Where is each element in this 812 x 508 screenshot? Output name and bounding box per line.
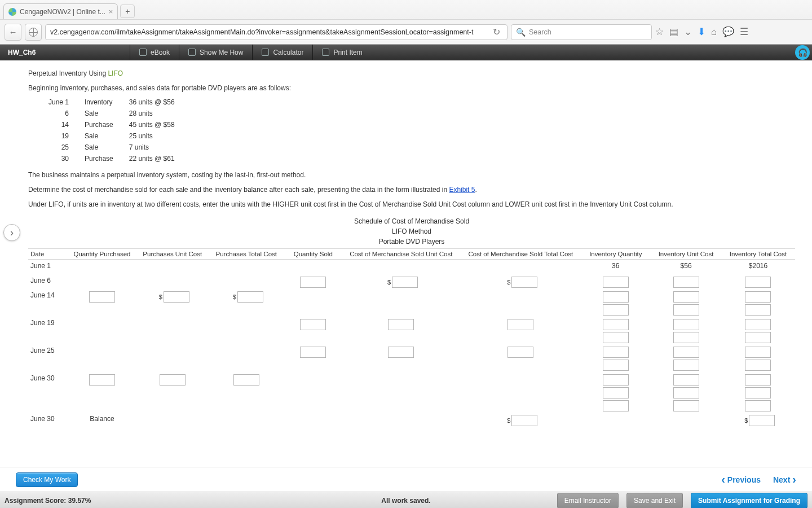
col-ctc: Cost of Merchandise Sold Total Cost — [461, 248, 580, 260]
inv-tc-input[interactable] — [745, 360, 771, 371]
identity-button[interactable] — [25, 24, 42, 41]
inv-tc-input[interactable] — [745, 291, 771, 303]
search-icon: 🔍 — [516, 28, 526, 37]
inv-uc-input[interactable] — [673, 400, 699, 411]
inv-uc-input[interactable] — [673, 304, 699, 316]
email-instructor-button[interactable]: Email Instructor — [557, 493, 619, 509]
inv-tc-input[interactable] — [745, 277, 771, 288]
col-cuc: Cost of Merchandise Sold Unit Cost — [341, 248, 461, 260]
answer-row-june30: June 30 — [28, 373, 795, 413]
tab-close-icon[interactable]: × — [109, 7, 113, 16]
menu-icon[interactable]: ☰ — [740, 26, 748, 38]
purchase-tc-input[interactable] — [237, 291, 263, 303]
purchase-uc-input[interactable] — [164, 291, 189, 303]
exhibit-link[interactable]: Exhibit 5 — [449, 186, 475, 194]
qty-purchased-input[interactable] — [89, 291, 115, 303]
inv-qty-input[interactable] — [603, 304, 629, 316]
inv-uc-input[interactable] — [673, 291, 699, 303]
balance-inv-input[interactable] — [749, 415, 775, 426]
inv-qty-input[interactable] — [603, 360, 629, 371]
qty-sold-input[interactable] — [300, 347, 326, 358]
inv-uc-input[interactable] — [673, 319, 699, 330]
inv-tc-prefilled: $2016 — [721, 260, 795, 275]
inv-qty-input[interactable] — [603, 319, 629, 330]
back-button[interactable]: ← — [5, 24, 21, 41]
purchase-tc-input[interactable] — [233, 374, 259, 386]
inv-uc-input[interactable] — [673, 277, 699, 288]
save-and-exit-button[interactable]: Save and Exit — [626, 493, 683, 509]
cogs-tc-input[interactable] — [511, 277, 537, 288]
favicon-icon — [8, 8, 16, 16]
print-icon — [322, 49, 329, 56]
qty-purchased-input[interactable] — [89, 374, 115, 386]
answer-row-june14: June 14 $ $ — [28, 290, 795, 317]
cogs-tc-input[interactable] — [508, 319, 533, 330]
paragraph-2: Determine the cost of merchandise sold f… — [28, 186, 795, 194]
search-placeholder: Search — [529, 28, 551, 36]
next-button[interactable]: Next› — [773, 473, 796, 486]
inv-qty-input[interactable] — [603, 374, 629, 386]
calculator-button[interactable]: Calculator — [252, 45, 312, 60]
cogs-tc-input[interactable] — [508, 347, 533, 358]
qty-sold-input[interactable] — [300, 319, 326, 330]
qty-sold-input[interactable] — [300, 277, 326, 288]
inv-tc-input[interactable] — [745, 374, 771, 386]
support-button[interactable]: 🎧 — [795, 45, 810, 60]
browser-tab[interactable]: CengageNOWv2 | Online t... × — [3, 3, 118, 19]
url-bar[interactable]: v2.cengagenow.com/ilrn/takeAssignment/ta… — [45, 24, 508, 40]
col-qs: Quantity Sold — [285, 248, 341, 260]
show-me-how-button[interactable]: Show Me How — [179, 45, 252, 60]
inv-tc-input[interactable] — [745, 319, 771, 330]
submit-assignment-button[interactable]: Submit Assignment for Grading — [691, 493, 807, 509]
inv-tc-input[interactable] — [745, 387, 771, 398]
list-icon[interactable]: ▤ — [669, 26, 678, 38]
balance-cogs-input[interactable] — [511, 415, 537, 426]
search-bar[interactable]: 🔍 Search — [511, 24, 652, 40]
inv-qty-input[interactable] — [603, 332, 629, 343]
inv-qty-prefilled: 36 — [580, 260, 651, 275]
inv-qty-input[interactable] — [603, 291, 629, 303]
expand-panel-button[interactable]: › — [3, 224, 20, 241]
inv-tc-input[interactable] — [745, 400, 771, 411]
inv-tc-input[interactable] — [745, 304, 771, 316]
inv-qty-input[interactable] — [603, 347, 629, 358]
cogs-uc-input[interactable] — [388, 347, 414, 358]
inv-uc-input[interactable] — [673, 360, 699, 371]
pocket-icon[interactable]: ⌄ — [684, 26, 692, 38]
nav-bar: ← v2.cengagenow.com/ilrn/takeAssignment/… — [0, 19, 812, 44]
download-icon[interactable]: ⬇ — [698, 26, 705, 38]
tab-title: CengageNOWv2 | Online t... — [20, 8, 105, 16]
inv-uc-input[interactable] — [673, 387, 699, 398]
reload-icon[interactable]: ↻ — [491, 27, 502, 37]
question-title: Perpetual Inventory Using LIFO — [28, 69, 795, 77]
ebook-button[interactable]: eBook — [130, 45, 179, 60]
tab-bar: CengageNOWv2 | Online t... × + — [0, 0, 812, 19]
calculator-icon — [262, 49, 269, 56]
inv-uc-input[interactable] — [673, 374, 699, 386]
table-row: 19Sale25 units — [44, 130, 186, 142]
inv-qty-input[interactable] — [603, 400, 629, 411]
answer-row-june1: June 1 36 $56 $2016 — [28, 260, 795, 275]
chat-icon[interactable]: 💬 — [722, 26, 734, 38]
inv-uc-input[interactable] — [673, 332, 699, 343]
previous-button[interactable]: ‹Previous — [721, 473, 761, 486]
new-tab-button[interactable]: + — [120, 5, 135, 18]
cogs-uc-input[interactable] — [392, 277, 418, 288]
home-icon[interactable]: ⌂ — [711, 27, 717, 38]
purchase-uc-input[interactable] — [160, 374, 186, 386]
table-row: 14Purchase45 units @ $58 — [44, 119, 186, 130]
url-text: v2.cengagenow.com/ilrn/takeAssignment/ta… — [50, 28, 487, 36]
star-icon[interactable]: ☆ — [655, 26, 664, 38]
inv-qty-input[interactable] — [603, 277, 629, 288]
col-iuc: Inventory Unit Cost — [651, 248, 721, 260]
video-icon — [188, 49, 196, 56]
inv-tc-input[interactable] — [745, 332, 771, 343]
inv-tc-input[interactable] — [745, 347, 771, 358]
table-row: 30Purchase22 units @ $61 — [44, 153, 186, 164]
print-button[interactable]: Print Item — [312, 45, 371, 60]
inv-uc-input[interactable] — [673, 347, 699, 358]
cogs-uc-input[interactable] — [388, 319, 414, 330]
check-my-work-button[interactable]: Check My Work — [16, 472, 78, 487]
inv-qty-input[interactable] — [603, 387, 629, 398]
col-puc: Purchases Unit Cost — [137, 248, 208, 260]
